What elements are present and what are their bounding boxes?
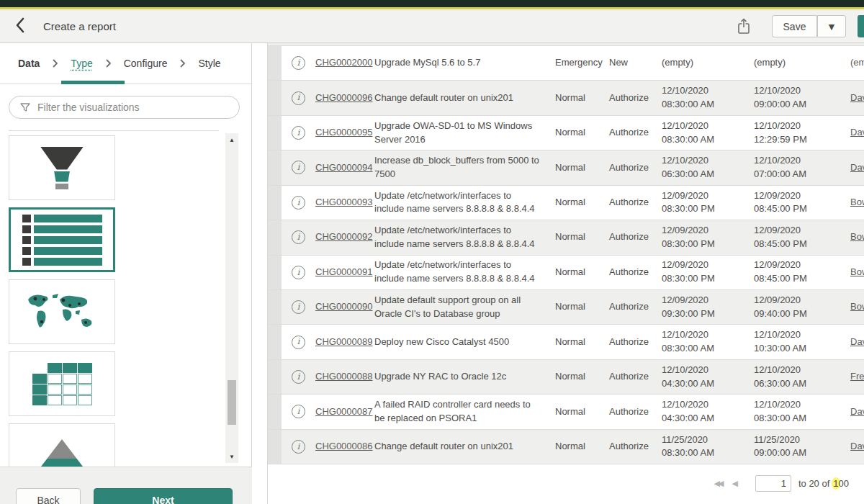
change-number-link[interactable]: CHG0000094 [315, 161, 374, 175]
short-description: Update /etc/network/interfaces to includ… [374, 189, 552, 217]
change-number-link[interactable]: CHG0000095 [315, 126, 374, 140]
info-icon[interactable]: i [292, 300, 305, 314]
save-button[interactable]: Save [772, 15, 817, 37]
assignee-link[interactable]: Dav [846, 336, 864, 349]
prev-page-icon[interactable]: ◀ [732, 479, 737, 488]
report-table-body: i CHG0002000 Upgrade MySql 5.6 to 5.7 Em… [268, 46, 864, 464]
info-icon[interactable]: i [292, 266, 305, 279]
scroll-down-icon[interactable]: ▼ [225, 451, 238, 462]
page-title: Create a report [43, 20, 116, 32]
table-row: i CHG0002000 Upgrade MySql 5.6 to 5.7 Em… [268, 46, 864, 81]
change-number-link[interactable]: CHG0002000 [315, 56, 374, 70]
chevron-right-icon [52, 58, 58, 68]
row-gutter [268, 256, 282, 289]
back-button[interactable]: Back [16, 488, 81, 504]
chevron-right-icon [179, 58, 186, 68]
viz-thumbnail-map[interactable] [9, 279, 115, 344]
table-row: i CHG0000086 Change default router on un… [268, 430, 864, 464]
assignee-link[interactable]: Dav [846, 91, 864, 105]
save-dropdown-button[interactable]: ▼ [817, 15, 846, 37]
change-number-link[interactable]: CHG0000090 [315, 300, 374, 314]
info-icon[interactable]: i [292, 370, 305, 384]
viz-thumbnail-funnel[interactable] [9, 135, 115, 200]
row-gutter [268, 46, 282, 80]
scroll-up-icon[interactable]: ▲ [225, 135, 238, 145]
scrollbar-thumb[interactable] [228, 380, 236, 425]
share-icon[interactable] [736, 17, 752, 36]
partial-run-button[interactable] [858, 15, 864, 37]
filter-visualizations-input[interactable] [37, 102, 239, 113]
change-number-link[interactable]: CHG0000096 [315, 91, 374, 105]
change-number-link[interactable]: CHG0000089 [315, 336, 374, 349]
planned-end-date: 12/10/2020 07:00:00 AM [754, 154, 846, 181]
assignee-link[interactable]: Dav [846, 126, 864, 140]
state-value: Authorize [608, 300, 662, 314]
change-number-link[interactable]: CHG0000086 [315, 440, 374, 454]
info-icon[interactable]: i [292, 440, 305, 454]
table-row: i CHG0000087 A failed RAID controller ca… [268, 395, 864, 429]
state-value: Authorize [608, 126, 662, 140]
next-button[interactable]: Next [94, 488, 233, 504]
step-tab-data[interactable]: Data [18, 58, 40, 69]
page-number-input[interactable] [755, 475, 791, 492]
info-icon[interactable]: i [292, 56, 305, 70]
short-description: Change default router on unix201 [374, 91, 552, 105]
assignee-link[interactable]: Bow [846, 230, 864, 244]
viz-thumbnail-pyramid[interactable] [9, 423, 115, 467]
info-icon[interactable]: i [292, 196, 305, 210]
table-row: i CHG0000092 Update /etc/network/interfa… [268, 220, 864, 255]
assignee-link[interactable]: Dav [846, 161, 864, 175]
page-range-label: to 20 of [798, 478, 829, 489]
step-tab-configure[interactable]: Configure [124, 58, 168, 69]
step-tab-style[interactable]: Style [198, 58, 220, 69]
viz-list-scrollbar[interactable]: ▲ ▼ [225, 133, 238, 463]
info-icon[interactable]: i [292, 161, 305, 174]
table-row: i CHG0000096 Change default router on un… [268, 81, 864, 115]
step-tab-type[interactable]: Type [71, 58, 92, 69]
back-arrow-button[interactable] [14, 17, 26, 35]
change-number-link[interactable]: CHG0000092 [315, 230, 374, 244]
info-icon[interactable]: i [292, 336, 305, 349]
planned-end-date: 12/10/2020 09:00:00 AM [754, 84, 846, 112]
table-row: i CHG0000093 Update /etc/network/interfa… [268, 186, 864, 220]
change-number-link[interactable]: CHG0000091 [315, 266, 374, 279]
short-description: Change default router on unix201 [374, 440, 552, 454]
assignee-link[interactable]: Fre [846, 370, 864, 384]
viz-thumbnail-list[interactable] [9, 207, 115, 272]
priority-value: Normal [552, 196, 608, 210]
row-gutter [268, 290, 282, 324]
row-gutter [268, 395, 282, 428]
assignee-link[interactable]: Bow [846, 300, 864, 314]
assignee-link[interactable]: Dav [846, 440, 864, 454]
assignee-link[interactable]: Bow [846, 266, 864, 279]
change-number-link[interactable]: CHG0000093 [315, 196, 374, 210]
state-value: Authorize [608, 336, 662, 349]
planned-start-date: 12/10/2020 08:30:00 AM [662, 328, 754, 356]
report-preview-area: i CHG0002000 Upgrade MySql 5.6 to 5.7 Em… [267, 43, 864, 504]
table-row: i CHG0000094 Increase db_block_buffers f… [268, 150, 864, 185]
planned-end-date: 12/10/2020 06:30:00 AM [754, 364, 846, 391]
state-value: Authorize [608, 266, 662, 279]
assignee-link[interactable]: Bow [846, 196, 864, 210]
viz-thumbnail-heatmap[interactable] [9, 351, 115, 416]
save-split-button: Save ▼ [772, 15, 846, 37]
app-header: Create a report Save ▼ [0, 9, 864, 43]
table-row: i CHG0000088 Upgrade NY RAC to Oracle 12… [268, 360, 864, 395]
assignee-link[interactable]: Dav [846, 405, 864, 419]
state-value: New [608, 56, 662, 70]
info-icon[interactable]: i [292, 126, 305, 140]
list-chart-icon [22, 215, 102, 266]
first-page-icon[interactable]: ◀◀ [714, 479, 722, 488]
chevron-right-icon [105, 58, 112, 68]
change-number-link[interactable]: CHG0000087 [315, 405, 374, 419]
pagination: ◀◀ ◀ to 20 of 100 [268, 474, 858, 492]
info-icon[interactable]: i [292, 91, 305, 105]
table-row: i CHG0000090 Update default support grou… [268, 290, 864, 325]
change-number-link[interactable]: CHG0000088 [315, 370, 374, 384]
row-gutter [268, 81, 282, 114]
info-icon[interactable]: i [292, 230, 305, 244]
info-icon[interactable]: i [292, 405, 305, 418]
priority-value: Normal [552, 161, 608, 175]
table-row: i CHG0000095 Upgrade OWA-SD-01 to MS Win… [268, 116, 864, 150]
pyramid-chart-icon [22, 439, 102, 467]
